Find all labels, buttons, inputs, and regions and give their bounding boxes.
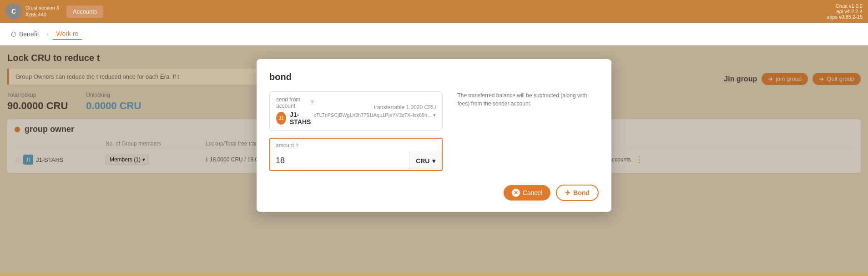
cru-dropdown-icon: ▾ <box>432 157 435 165</box>
main-content: Lock CRU to reduce t Group Owners can re… <box>0 45 868 273</box>
top-bar-left: C Crust version 3 #285,440 Accounts <box>5 3 103 20</box>
account-hash: cTLTnPSCjBWgLh5h7751tAqu1PjeYV3z7XHsx69h… <box>313 112 436 118</box>
crust-info: Crust version 3 #285,440 <box>25 5 59 19</box>
account-section: send from account ? J1 J1-STAHS <box>269 91 443 180</box>
modal-overlay: bond send from account ? <box>0 45 868 273</box>
account-row-left: send from account ? J1 J1-STAHS <box>276 96 313 125</box>
help-icon: ? <box>311 100 314 106</box>
modal-top-row: send from account ? J1 J1-STAHS <box>269 91 599 180</box>
amount-input[interactable] <box>270 151 409 170</box>
nav-bar: ⬡ Benefit › Work re <box>0 23 868 45</box>
account-icon-modal: J1 <box>276 112 286 125</box>
modal-title: bond <box>269 72 599 82</box>
nav-benefit[interactable]: ⬡ Benefit <box>7 29 43 40</box>
top-bar: C Crust version 3 #285,440 Accounts Crus… <box>0 0 868 23</box>
account-row: send from account ? J1 J1-STAHS <box>269 91 443 130</box>
crust-logo: C <box>5 3 22 20</box>
bond-icon: ✈ <box>565 189 570 196</box>
amount-row: CRU ▾ <box>270 151 442 170</box>
nav-work[interactable]: Work re <box>53 28 82 40</box>
modal-footer: ✕ Cancel ✈ Bond <box>269 185 599 201</box>
cru-select[interactable]: CRU ▾ <box>409 151 442 170</box>
dropdown-arrow-icon[interactable]: ▾ <box>433 112 436 118</box>
modal-dialog: bond send from account ? <box>257 59 611 212</box>
modal-note: The transferred balance will be subtract… <box>457 91 599 108</box>
account-name-modal: J1-STAHS <box>290 111 313 125</box>
amount-help-icon: ? <box>296 143 298 148</box>
version-info: Crust v1.0.0 api v4.2.2-4 apps v0.85.2-1… <box>827 3 863 20</box>
send-from-label: send from account ? <box>276 96 313 109</box>
amount-label-row: amount ? <box>270 142 442 149</box>
bond-button[interactable]: ✈ Bond <box>556 185 599 201</box>
cancel-icon: ✕ <box>512 189 520 197</box>
nav-separator: › <box>46 29 49 39</box>
benefit-icon: ⬡ <box>11 30 16 38</box>
cancel-button[interactable]: ✕ Cancel <box>504 185 551 201</box>
amount-outer: amount ? CRU ▾ <box>269 138 443 171</box>
account-row-right: transferrable 1.0020 CRU cTLTnPSCjBWgLh5… <box>313 104 436 118</box>
accounts-button[interactable]: Accounts <box>66 5 103 18</box>
